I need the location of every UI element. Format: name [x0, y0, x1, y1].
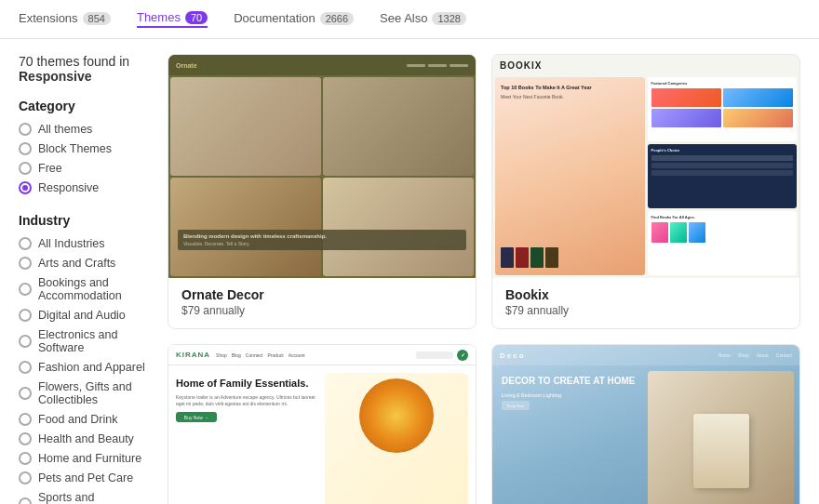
theme-card-kirana[interactable]: KIRANA Shop Blog Connect Product Account [168, 344, 477, 504]
kirana-nav-blog: Blog [232, 352, 241, 358]
kirana-logo: KIRANA [176, 351, 210, 359]
nav-see-also-badge: 1328 [432, 12, 465, 25]
result-label: themes found in [36, 54, 129, 69]
bookix-title: Top 10 Books To Make It A Great Year [501, 85, 639, 91]
industry-section: Industry All Industries Arts and Crafts … [19, 213, 149, 504]
radio-flowers[interactable] [19, 387, 32, 400]
category-section: Category All themes Block Themes Free Re… [19, 99, 149, 194]
nav-extensions-label: Extensions [19, 11, 78, 25]
bookix-header-label: BOOKIX [500, 60, 542, 71]
nav-themes[interactable]: Themes 70 [137, 10, 208, 28]
kirana-cta-button[interactable]: Buy Now → [176, 412, 217, 422]
filter-free[interactable]: Free [19, 162, 149, 175]
bookix-featured-panel: Featured Categories [648, 77, 798, 141]
filter-health-beauty[interactable]: Health and Beauty [19, 432, 149, 445]
nav-see-also-label: See Also [380, 11, 427, 25]
filter-food-drink-label: Food and Drink [38, 413, 117, 426]
filter-digital-audio-label: Digital and Audio [38, 309, 126, 322]
ornate-overlay: Blending modern design with timeless cra… [178, 230, 466, 250]
radio-all-industries[interactable] [19, 237, 32, 250]
filter-arts-crafts[interactable]: Arts and Crafts [19, 257, 149, 270]
filter-sports-label: Sports and Recreation [38, 491, 149, 504]
radio-block-themes[interactable] [19, 142, 32, 155]
decor-nav-item: Shop [738, 352, 749, 358]
ornate-header: Ornate [168, 55, 476, 75]
decor-shop-btn[interactable]: Shop Now [502, 401, 530, 410]
filter-food-drink[interactable]: Food and Drink [19, 413, 149, 426]
kirana-nav-product: Product [267, 352, 283, 358]
theme-card-bookix[interactable]: BOOKIX Top 10 Books To Make It A Great Y… [491, 54, 800, 329]
nav-documentation-badge: 2666 [320, 12, 354, 25]
radio-responsive[interactable] [19, 181, 32, 194]
filter-pets-label: Pets and Pet Care [38, 471, 133, 484]
ornate-decor-price: $79 annually [181, 304, 463, 317]
filter-bookings-label: Bookings and Accommodation [38, 276, 149, 302]
filter-sports[interactable]: Sports and Recreation [19, 491, 149, 504]
kirana-cart-count: ✓ [461, 351, 465, 358]
filter-block-themes[interactable]: Block Themes [19, 142, 149, 155]
kirana-search-bar [416, 351, 453, 359]
book-cover-1 [501, 247, 514, 268]
industry-title: Industry [19, 213, 149, 228]
filter-block-themes-label: Block Themes [38, 142, 112, 155]
radio-health-beauty[interactable] [19, 432, 32, 445]
ornate-tagline: Blending modern design with timeless cra… [183, 233, 461, 239]
radio-food-drink[interactable] [19, 413, 32, 426]
filter-fashion[interactable]: Fashion and Apparel [19, 361, 149, 374]
filter-all-themes[interactable]: All themes [19, 123, 149, 136]
bookix-age-book-2 [670, 222, 687, 243]
radio-bookings[interactable] [19, 283, 32, 296]
bookix-book-thumb-1 [651, 88, 721, 107]
decor-text-area: DECOR TO CREATE AT HOME Living & Bedroom… [498, 371, 644, 504]
nav-see-also[interactable]: See Also 1328 [380, 11, 466, 27]
filter-free-label: Free [38, 162, 62, 175]
nav-themes-label: Themes [137, 10, 181, 24]
filter-home-furniture-label: Home and Furniture [38, 452, 141, 465]
filter-electronics-label: Electronics and Software [38, 328, 149, 354]
radio-sports[interactable] [19, 497, 32, 504]
bookix-list-item [651, 170, 794, 176]
kirana-btn-label: Buy Now → [184, 415, 208, 420]
filter-all-industries[interactable]: All Industries [19, 237, 149, 250]
book-cover-4 [545, 247, 558, 268]
bookix-book-covers [501, 247, 639, 268]
filter-bookings[interactable]: Bookings and Accommodation [19, 276, 149, 302]
bookix-preview: BOOKIX Top 10 Books To Make It A Great Y… [492, 55, 799, 278]
radio-electronics[interactable] [19, 335, 32, 348]
filter-responsive-label: Responsive [38, 181, 99, 194]
bookix-subtitle: Meet Your Next Favorite Book. [501, 94, 639, 99]
theme-card-decor-home[interactable]: Deco Home Shop About Contact DECOR TO CR… [491, 344, 800, 504]
radio-home-furniture[interactable] [19, 452, 32, 465]
book-cover-3 [530, 247, 544, 268]
filter-responsive[interactable]: Responsive [19, 181, 149, 194]
nav-extensions[interactable]: Extensions 854 [19, 11, 111, 27]
themes-grid: Ornate [168, 54, 800, 504]
decor-section-label: Living & Bedroom Lighting [502, 392, 640, 398]
filter-home-furniture[interactable]: Home and Furniture [19, 452, 149, 465]
ornate-img-1 [170, 77, 321, 176]
decor-shop-btn-label: Shop Now [507, 404, 524, 408]
filter-electronics[interactable]: Electronics and Software [19, 328, 149, 354]
sidebar: 70 themes found in Responsive Category A… [19, 54, 149, 504]
book-cover-2 [516, 247, 529, 268]
radio-fashion[interactable] [19, 361, 32, 374]
bookix-book-grid [651, 88, 794, 127]
ornate-decor-name: Ornate Decor [181, 287, 463, 302]
filter-flowers[interactable]: Flowers, Gifts and Collectibles [19, 380, 149, 406]
radio-digital-audio[interactable] [19, 309, 32, 322]
result-text: 70 themes found in Responsive [19, 54, 149, 84]
radio-pets[interactable] [19, 471, 32, 484]
bookix-peoples-choice: People's Choice [651, 148, 794, 153]
kirana-nav-shop: Shop [216, 352, 227, 358]
theme-card-ornate-decor[interactable]: Ornate [168, 54, 477, 329]
radio-all-themes[interactable] [19, 123, 32, 136]
result-filter: Responsive [19, 69, 92, 84]
main-container: 70 themes found in Responsive Category A… [0, 39, 819, 504]
nav-documentation[interactable]: Documentation 2666 [234, 11, 354, 27]
ornate-img-2 [323, 77, 474, 176]
radio-arts-crafts[interactable] [19, 257, 32, 270]
filter-digital-audio[interactable]: Digital and Audio [19, 309, 149, 322]
filter-pets[interactable]: Pets and Pet Care [19, 471, 149, 484]
filter-fashion-label: Fashion and Apparel [38, 361, 145, 374]
radio-free[interactable] [19, 162, 32, 175]
